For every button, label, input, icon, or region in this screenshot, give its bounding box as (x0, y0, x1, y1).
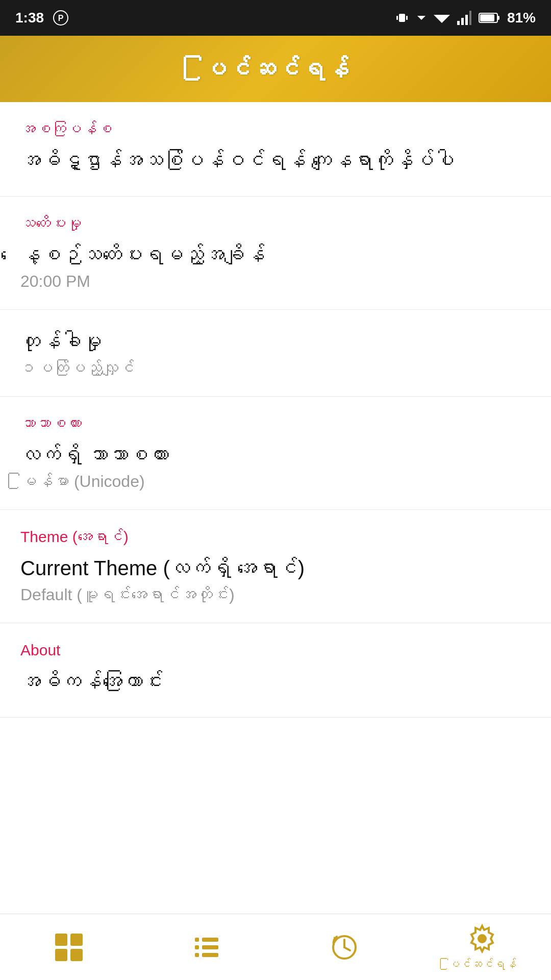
history-icon (329, 932, 360, 963)
parking-icon: P (53, 10, 68, 26)
settings-icon (467, 923, 497, 954)
section-font[interactable]: တုန်ခါမှု ၁ပတ်ပြည့်လျှင် (0, 310, 551, 397)
svg-rect-12 (497, 16, 499, 20)
svg-rect-4 (406, 16, 408, 20)
section-general[interactable]: အစကပြန်စ အဓိဋ္ဌာန်အသစ်ပြန်ဝင်ရန် ကျနေရာက… (0, 102, 551, 197)
svg-rect-13 (480, 14, 494, 21)
settings-nav-label: ပြင်ဆင်ရန် (448, 958, 516, 971)
svg-marker-5 (417, 16, 425, 20)
status-left: 1:38 P (15, 10, 68, 26)
dropdown-icon (416, 13, 427, 23)
nav-item-list[interactable] (138, 932, 276, 963)
svg-rect-21 (202, 945, 218, 949)
svg-rect-20 (195, 945, 199, 949)
grid-icon (54, 932, 84, 963)
nav-item-history[interactable] (276, 932, 413, 963)
section-language-title: လက်ရှိ ဘာသာစကား (20, 442, 531, 468)
section-about[interactable]: About အဓိကန်အကြောင်း (0, 623, 551, 718)
svg-rect-2 (399, 14, 405, 22)
svg-rect-8 (461, 18, 464, 25)
section-language-label: ဘာသာစကား (20, 415, 531, 432)
section-notification[interactable]: သတိပေးမှု နေ့စဉ်သတိပေးရမည့်အချိန် 20:00 … (0, 197, 551, 310)
section-theme-subtitle: Default (မူရင်းအရောင်အတိုင်း) (20, 585, 531, 604)
svg-rect-22 (195, 953, 199, 957)
section-notification-title: နေ့စဉ်သတိပေးရမည့်အချိန် (20, 241, 531, 268)
signal-icon (457, 11, 471, 25)
section-language-subtitle: မြန်မာ (Unicode) (20, 472, 531, 491)
status-right: 81% (395, 10, 536, 26)
section-general-title: အဓိဋ္ဌာန်အသစ်ပြန်ဝင်ရန် ကျနေရာကိုနှိပ်ပါ (20, 147, 531, 174)
status-bar: 1:38 P 81% (0, 0, 551, 36)
nav-item-settings[interactable]: ပြင်ဆင်ရန် (413, 923, 551, 971)
svg-rect-18 (195, 938, 199, 942)
svg-rect-23 (202, 953, 218, 957)
svg-rect-7 (457, 21, 460, 25)
svg-rect-14 (55, 934, 67, 946)
section-general-label: အစကပြန်စ (20, 120, 531, 138)
battery-percent: 81% (507, 10, 536, 26)
section-theme-label: Theme (အရောင်) (20, 528, 531, 546)
svg-rect-9 (465, 15, 468, 25)
svg-rect-19 (202, 938, 218, 942)
svg-rect-17 (70, 949, 83, 961)
section-about-label: About (20, 642, 531, 659)
list-icon (191, 932, 222, 963)
section-language[interactable]: ဘာသာစကား လက်ရှိ ဘာသာစကား မြန်မာ (Unicode… (0, 397, 551, 510)
nav-item-home[interactable] (0, 932, 138, 963)
wifi-icon (434, 11, 450, 25)
app-title: ပြင်ဆင်ရန် (202, 55, 349, 83)
svg-rect-16 (55, 949, 67, 961)
section-notification-subtitle: 20:00 PM (20, 272, 531, 291)
svg-text:P: P (58, 14, 64, 22)
section-font-subtitle: ၁ပတ်ပြည့်လျှင် (20, 359, 531, 378)
section-theme-title: Current Theme (လက်ရှိ အရောင်) (20, 555, 531, 581)
content-area: အစကပြန်စ အဓိဋ္ဌာန်အသစ်ပြန်ဝင်ရန် ကျနေရာက… (0, 102, 551, 914)
svg-rect-10 (469, 11, 471, 25)
svg-rect-3 (396, 16, 398, 20)
svg-rect-15 (70, 934, 83, 946)
vibration-icon (395, 11, 409, 25)
svg-point-26 (478, 934, 487, 943)
time-display: 1:38 (15, 10, 44, 26)
bottom-nav: ပြင်ဆင်ရန် (0, 914, 551, 980)
svg-marker-6 (434, 15, 450, 23)
section-notification-label: သတိပေးမှု (20, 215, 531, 232)
section-font-title: တုန်ခါမှု (20, 328, 531, 355)
section-about-title: အဓိကန်အကြောင်း (20, 668, 531, 695)
app-header: ပြင်ဆင်ရန် (0, 36, 551, 102)
section-theme[interactable]: Theme (အရောင်) Current Theme (လက်ရှိ အရေ… (0, 510, 551, 623)
battery-icon (479, 12, 500, 24)
